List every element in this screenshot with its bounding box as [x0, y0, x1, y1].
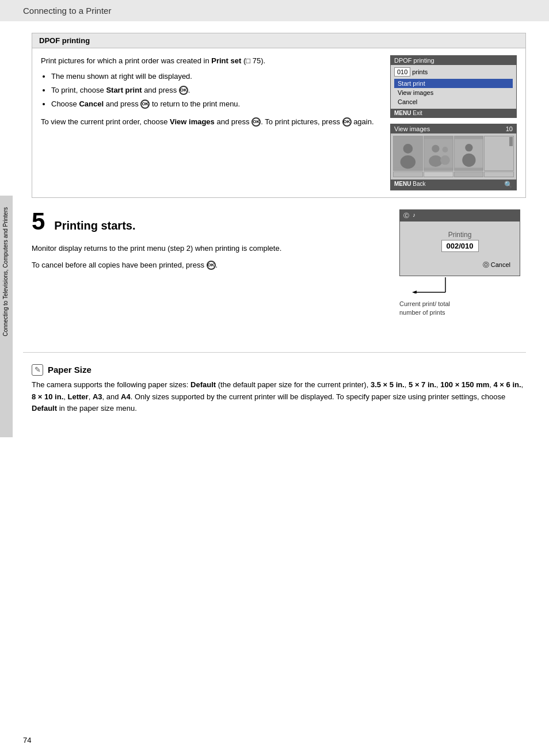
thumb-8 — [484, 171, 514, 177]
paper-size-header: ✎ Paper Size — [32, 364, 526, 376]
printing-footer-note: Current print/ totalnumber of prints — [399, 300, 450, 318]
step5-desc2: To cancel before all copies have been pr… — [32, 259, 382, 272]
thumb-7 — [454, 171, 484, 177]
dpof-view-images-note: To view the current print order, choose … — [41, 116, 379, 128]
view-images-screen: View images 10 — [390, 124, 517, 190]
magnify-icon: 🔍 — [504, 181, 513, 189]
menu-label: MENU — [394, 110, 411, 116]
ok-icon-2: OK — [140, 100, 150, 109]
paper-size-title: Paper Size — [48, 365, 92, 375]
printing-cancel: Ⓞ Cancel — [406, 259, 514, 271]
dpof-intro: Print pictures for which a print order w… — [41, 55, 379, 67]
ok-icon-3: OK — [251, 117, 261, 127]
ok-icon-4: OK — [342, 117, 352, 127]
dpof-box-title: DPOF printing — [32, 33, 525, 48]
dpof-prints-label: prints — [412, 68, 428, 75]
main-content: DPOF printing Print pictures for which a… — [0, 21, 549, 341]
dpof-section: DPOF printing Print pictures for which a… — [32, 33, 526, 198]
printing-val: 002/010 — [441, 240, 479, 252]
step5-desc1: Monitor display returns to the print men… — [32, 243, 382, 255]
dpof-prints-row: 010 prints — [394, 67, 513, 77]
view-footer-menu: MENU Back — [394, 181, 425, 189]
page-number: 74 — [23, 736, 31, 744]
dpof-screens: DPOF printing 010 prints Start print Vie… — [390, 55, 517, 190]
section-divider — [23, 352, 526, 353]
header-title: Connecting to a Printer — [23, 6, 111, 16]
thumb-1 — [393, 136, 423, 171]
dpof-menu-footer: MENU Exit — [391, 109, 516, 117]
ok-icon-5: OK — [207, 261, 216, 270]
thumb-6 — [424, 171, 453, 177]
step5-screen-col: Ⓒ ♪ Printing 002/010 Ⓞ Cancel Current — [399, 209, 526, 318]
dpof-box-body: Print pictures for which a print order w… — [32, 48, 525, 197]
svg-point-1 — [403, 144, 413, 154]
page-header: Connecting to a Printer — [0, 0, 549, 21]
paper-size-section: ✎ Paper Size The camera supports the fol… — [0, 364, 549, 432]
dpof-menu-screen-body: 010 prints Start print View images Cance… — [391, 65, 516, 109]
svg-point-2 — [401, 155, 416, 169]
dpof-menu-screen-title: DPOF printing — [394, 57, 434, 64]
svg-point-10 — [462, 154, 475, 167]
view-screen-grid — [391, 133, 516, 180]
dpof-menu-screen: DPOF printing 010 prints Start print Vie… — [390, 55, 517, 118]
vertical-side-label: Connecting to Televisions, Computers and… — [2, 207, 9, 336]
dpof-bullet-1: The menu shown at right will be displaye… — [51, 70, 379, 83]
annotation-arrow — [399, 276, 520, 293]
dpof-menu-view-images: View images — [394, 88, 513, 97]
svg-point-7 — [440, 155, 450, 165]
view-screen-header: View images 10 — [391, 124, 516, 133]
printing-header-icon1: Ⓒ — [403, 212, 409, 220]
svg-point-9 — [465, 144, 472, 151]
note-icon: ✎ — [32, 364, 43, 376]
view-screen-title: View images — [394, 125, 430, 132]
dpof-bullets: The menu shown at right will be displaye… — [41, 70, 379, 110]
printing-screen: Ⓒ ♪ Printing 002/010 Ⓞ Cancel — [399, 209, 520, 276]
thumb-2 — [424, 136, 453, 171]
dpof-text: Print pictures for which a print order w… — [41, 55, 379, 190]
svg-point-5 — [429, 155, 442, 167]
dpof-bullet-3: Choose Cancel and press OK to return to … — [51, 98, 379, 110]
printing-label: Printing — [406, 231, 514, 239]
printing-screen-body: Printing 002/010 Ⓞ Cancel — [400, 222, 520, 276]
view-screen-footer: MENU Back 🔍 — [391, 180, 516, 190]
dpof-bullet-2: To print, choose Start print and press O… — [51, 84, 379, 97]
thumb-5 — [393, 171, 423, 177]
printing-annotation — [399, 276, 520, 295]
dpof-menu-start-print: Start print — [394, 79, 513, 88]
step5-number: 5 — [32, 209, 45, 234]
ok-icon-1: OK — [179, 86, 188, 95]
step5-heading: 5 Printing starts. — [32, 209, 382, 238]
step5-text: 5 Printing starts. Monitor display retur… — [32, 209, 382, 318]
dpof-menu-screen-header: DPOF printing — [391, 56, 516, 65]
view-screen-count: 10 — [506, 125, 513, 132]
svg-marker-13 — [412, 291, 417, 293]
thumb-4 — [484, 136, 514, 171]
printing-screen-header: Ⓒ ♪ — [400, 210, 520, 222]
dpof-prints-val: 010 — [394, 67, 410, 77]
step5-title: Printing starts. — [54, 216, 135, 232]
paper-size-text: The camera supports the following paper … — [32, 379, 526, 415]
svg-point-4 — [432, 145, 439, 152]
printing-header-icon2: ♪ — [413, 212, 415, 220]
thumb-3 — [454, 136, 484, 171]
dpof-menu-cancel: Cancel — [394, 97, 513, 106]
svg-point-6 — [442, 147, 448, 152]
step5-section: 5 Printing starts. Monitor display retur… — [32, 209, 526, 318]
